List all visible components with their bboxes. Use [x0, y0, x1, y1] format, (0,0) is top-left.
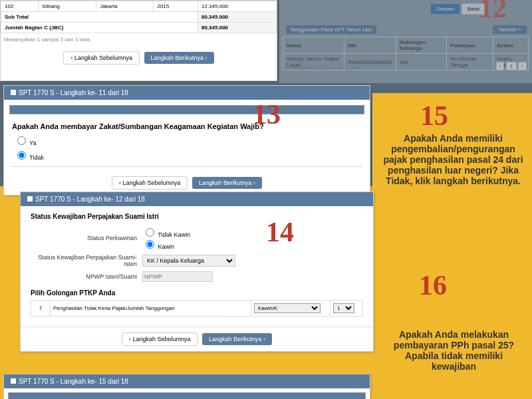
- th-job: Pekerjaan: [447, 37, 493, 54]
- pg-prev[interactable]: ‹: [496, 62, 505, 70]
- hdr-14: SPT 1770 S - Langkah ke- 12 dari 18: [35, 196, 145, 203]
- next-button[interactable]: Langkah Berikutnya ›: [144, 52, 214, 64]
- q-15: Apakah Anda memiliki pengembalian/pengur…: [378, 133, 528, 186]
- cell-2: Jakarta: [96, 1, 154, 12]
- panel-step-13: SPT 1770 S - Langkah ke- 11 dari 18 Apak…: [3, 85, 370, 196]
- tanggungan-title: Tanggungan Pada SPT Tahun Lalu: [286, 25, 376, 34]
- panel-step-15: SPT 1770 S - Langkah ke- 15 dari 18: [3, 374, 370, 399]
- step-16-num: 16: [419, 269, 447, 301]
- r-hub: Istri: [396, 54, 447, 70]
- npwp-field: [142, 271, 213, 282]
- lbl-npwp: NPWP Isteri/Suami: [31, 273, 142, 280]
- cell-amt: 12.345.000: [198, 1, 276, 12]
- next-button[interactable]: Langkah Berikutnya ›: [202, 333, 272, 345]
- q-16: Apakah Anda melakukan pembayaran PPh pas…: [382, 329, 525, 372]
- lbl-ya: Ya: [29, 140, 36, 146]
- save-button[interactable]: Simpan: [431, 4, 460, 14]
- sec-status: Status Kewajiban Perpajakan Suami Istri: [31, 213, 363, 220]
- box-icon: [11, 90, 16, 95]
- cell-1: Silbang: [39, 1, 96, 12]
- r-job: Ibu Rumah Tangga: [447, 54, 493, 70]
- lbl-tidak: Tidak: [29, 154, 44, 161]
- next-button[interactable]: Langkah Berikutnya ›: [192, 177, 262, 189]
- radio-tidak[interactable]: [17, 151, 26, 160]
- prev-button[interactable]: ‹ Langkah Sebelumnya: [63, 51, 140, 65]
- lbl-kwj: Status Kewajiban Perpajakan Suami-Isteri: [31, 254, 142, 267]
- progress-bar: [8, 392, 366, 399]
- opt-tk: Tidak Kawin: [158, 231, 190, 238]
- subtotal-label: Sub Total: [1, 12, 198, 23]
- step-13-num: 13: [253, 98, 281, 130]
- opt-k: Kawin: [158, 243, 175, 250]
- step-14-num: 14: [266, 216, 294, 248]
- jbc-label: Jumlah Bagian C (JBC): [1, 23, 198, 33]
- radio-k[interactable]: [146, 240, 154, 249]
- table-panel: 102 Silbang Jakarta 2015 12.345.000 Sub …: [0, 0, 277, 81]
- step-12-num: 12: [479, 0, 507, 24]
- q-13: Apakah Anda membayar Zakat/Sumbangan Kea…: [4, 120, 370, 133]
- showing-12: Menampilkan 1 sampai 1 dari 1 data: [285, 65, 360, 70]
- ptkp-no: 7: [31, 301, 51, 317]
- pg-next[interactable]: ›: [518, 62, 527, 70]
- progress-bar: [9, 105, 364, 114]
- jbc-amt: 80.345.000: [198, 23, 276, 33]
- prev-button[interactable]: ‹ Langkah Sebelumnya: [122, 332, 198, 346]
- hdr-13: SPT 1770 S - Langkah ke- 11 dari 18: [19, 89, 128, 96]
- step-15-num: 15: [420, 100, 448, 132]
- select-kwj[interactable]: KK / Kepala Keluarga: [142, 255, 235, 267]
- th-nama: Nama: [283, 37, 344, 54]
- hdr-15: SPT 1770 S - Langkah ke- 15 dari 18: [19, 378, 128, 385]
- lbl-perkawinan: Status Perkawinan: [31, 235, 142, 241]
- box-icon: [11, 378, 16, 384]
- pg-num[interactable]: 1: [506, 62, 517, 70]
- showing-text: Menampilkan 1 sampai 3 dari 3 data: [1, 33, 277, 46]
- subtotal-amt: 80.345.000: [198, 12, 276, 23]
- sec-ptkp: Pilih Golongan PTKP Anda: [31, 289, 363, 297]
- th-hub: Hubungan Keluarga: [396, 37, 447, 54]
- panel-step-14: SPT 1770 S - Langkah ke- 12 dari 18 Stat…: [20, 192, 374, 352]
- th-nik: NIK: [344, 37, 396, 54]
- cell-3: 2015: [154, 1, 198, 12]
- box-icon: [27, 196, 33, 201]
- select-tanggungan[interactable]: 1: [333, 303, 354, 313]
- th-action: Action: [493, 37, 529, 54]
- ptkp-lbl: Penghasilan Tidak Kena Pajak/Jumlah Tang…: [51, 301, 251, 317]
- radio-tk[interactable]: [146, 228, 154, 237]
- prev-button[interactable]: ‹ Langkah Sebelumnya: [112, 176, 188, 190]
- radio-ya[interactable]: [17, 136, 26, 145]
- cell-no: 102: [1, 1, 39, 12]
- select-ptkp[interactable]: Kawin/K: [254, 303, 321, 313]
- add-button[interactable]: Tambah +: [493, 25, 527, 34]
